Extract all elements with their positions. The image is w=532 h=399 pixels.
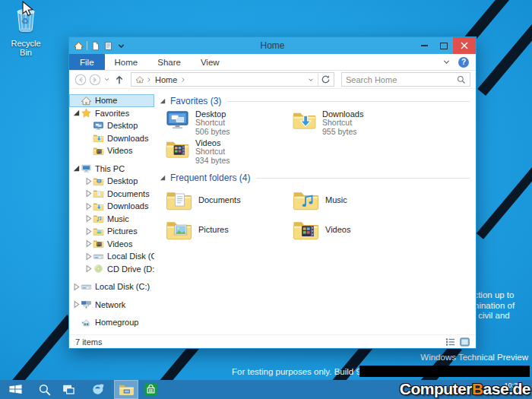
search-box[interactable]: [341, 72, 470, 87]
group-collapse-icon[interactable]: [160, 98, 166, 104]
breadcrumb-crumb-home[interactable]: Home: [155, 75, 177, 84]
expander-closed-icon[interactable]: [84, 252, 93, 261]
expander-open-icon[interactable]: [72, 109, 81, 117]
sidebar-item-cd-drive-d-jm1[interactable]: CD Drive (D:) JM1: [69, 263, 154, 276]
folder-video-icon: [165, 138, 190, 160]
new-folder-icon[interactable]: [103, 41, 113, 51]
title-bar[interactable]: Home: [69, 37, 476, 54]
file-tile-music[interactable]: Music: [292, 185, 419, 214]
minimize-button[interactable]: [415, 37, 434, 54]
breadcrumb[interactable]: Home: [131, 72, 334, 87]
maximize-button[interactable]: [434, 37, 453, 54]
file-tile-videos[interactable]: Videos: [292, 215, 419, 244]
watermark-title: Windows Technical Preview: [420, 353, 528, 362]
sidebar-item-documents[interactable]: Documents: [69, 188, 154, 201]
ie-button[interactable]: [85, 380, 109, 399]
sidebar-item-favorites[interactable]: Favorites: [69, 107, 154, 120]
sidebar-item-label: Favorites: [95, 109, 129, 118]
tb-search-icon: [37, 382, 52, 397]
search-icon[interactable]: [457, 75, 466, 84]
explorer-home-icon[interactable]: [74, 41, 84, 51]
sidebar-item-label: Documents: [107, 189, 150, 198]
expander-closed-icon[interactable]: [84, 189, 93, 198]
sidebar-item-downloads[interactable]: Downloads: [69, 132, 154, 145]
quick-access-toolbar: [69, 41, 126, 51]
sidebar-item-homegroup[interactable]: Homegroup: [69, 316, 154, 329]
group-collapse-icon[interactable]: [160, 175, 166, 181]
folder-doc-icon: [165, 188, 193, 211]
expander-closed-icon[interactable]: [72, 300, 81, 309]
explorer-button[interactable]: [114, 380, 138, 399]
folder-music-icon: [292, 188, 320, 211]
group-header-frequent-folders-4[interactable]: Frequent folders (4): [160, 173, 470, 183]
file-tile-downloads[interactable]: DownloadsShortcut955 bytes: [292, 109, 419, 137]
sidebar-item-label: CD Drive (D:) JM1: [107, 264, 154, 274]
breadcrumb-chevron-icon[interactable]: [179, 76, 187, 84]
desktop-icon-recycle-bin[interactable]: ♻ Recycle Bin: [5, 4, 47, 57]
expander-closed-icon[interactable]: [84, 202, 93, 211]
folder-desktop-icon: [93, 176, 104, 186]
close-button[interactable]: [453, 37, 476, 54]
sidebar-item-network[interactable]: Network: [69, 299, 154, 312]
ribbon-tab-file[interactable]: File: [69, 54, 105, 70]
expander-open-icon[interactable]: [72, 164, 81, 173]
up-button[interactable]: [114, 74, 125, 85]
forward-button[interactable]: [89, 74, 101, 86]
address-divider: [318, 74, 318, 86]
file-tile-desktop[interactable]: DesktopShortcut506 bytes: [165, 109, 292, 137]
customize-qat-chevron-icon[interactable]: [116, 41, 126, 51]
sidebar-item-pictures[interactable]: Pictures: [69, 225, 154, 238]
details-view-icon[interactable]: [445, 337, 455, 347]
group-header-favorites-3[interactable]: Favorites (3): [160, 96, 470, 106]
file-tile-documents[interactable]: Documents: [165, 185, 292, 214]
expand-ribbon-chevron-icon[interactable]: [442, 57, 451, 67]
file-tile-pictures[interactable]: Pictures: [165, 215, 292, 244]
store-button[interactable]: [138, 380, 163, 399]
folder-pic-icon: [165, 218, 193, 241]
folder-video-icon: [292, 218, 320, 241]
status-bar: 7 items: [69, 334, 476, 348]
sidebar-item-videos[interactable]: Videos: [69, 144, 154, 157]
address-bar: Home: [69, 71, 476, 89]
search-input[interactable]: [346, 75, 457, 84]
start-button[interactable]: [3, 380, 27, 399]
ribbon-tab-home[interactable]: Home: [105, 54, 148, 70]
sidebar-item-this-pc[interactable]: This PC: [69, 163, 154, 176]
expander-closed-icon[interactable]: [84, 177, 93, 185]
thumbnail-view-icon[interactable]: [460, 337, 470, 347]
explorer-window: Home FileHomeShareView ?: [68, 36, 477, 349]
folder-pic-icon: [93, 226, 104, 236]
properties-icon[interactable]: [90, 41, 100, 51]
sidebar-item-home[interactable]: Home: [69, 94, 154, 107]
sidebar-item-desktop[interactable]: Desktop: [69, 175, 154, 188]
file-tile-videos[interactable]: VideosShortcut934 bytes: [165, 138, 292, 166]
help-button[interactable]: ?: [458, 57, 469, 68]
ribbon-tab-view[interactable]: View: [191, 54, 230, 70]
expander-closed-icon[interactable]: [84, 214, 93, 223]
sidebar-item-local-disk-c[interactable]: Local Disk (C:): [69, 280, 154, 293]
file-detail: Shortcut: [322, 119, 363, 128]
store-icon: [144, 382, 158, 397]
breadcrumb-chevron-icon[interactable]: [145, 76, 153, 84]
sidebar-item-videos[interactable]: Videos: [69, 238, 154, 251]
sidebar-item-music[interactable]: Music: [69, 213, 154, 226]
address-dropdown-chevron-icon[interactable]: [307, 76, 315, 84]
expander-closed-icon[interactable]: [84, 264, 93, 273]
search-button[interactable]: [32, 380, 56, 399]
sidebar-item-downloads[interactable]: Downloads: [69, 200, 154, 213]
license-watermark-fragment: action up tormination ofal civil and: [469, 290, 532, 321]
ribbon-tab-share[interactable]: Share: [147, 54, 191, 70]
expander-closed-icon[interactable]: [84, 227, 93, 236]
file-name: Videos: [325, 225, 350, 234]
expander-closed-icon[interactable]: [72, 283, 81, 291]
back-button[interactable]: [74, 74, 87, 86]
homegroup-icon: [81, 318, 92, 328]
sidebar-item-desktop[interactable]: Desktop: [69, 119, 154, 132]
sidebar-item-local-disk-c[interactable]: Local Disk (C:): [69, 250, 154, 263]
task-view-button[interactable]: [56, 380, 81, 399]
disk-icon: [81, 282, 92, 292]
recent-locations-chevron-icon[interactable]: [103, 76, 110, 83]
expander-spacer: [72, 318, 81, 327]
expander-closed-icon[interactable]: [84, 239, 93, 248]
refresh-icon[interactable]: [321, 74, 331, 84]
